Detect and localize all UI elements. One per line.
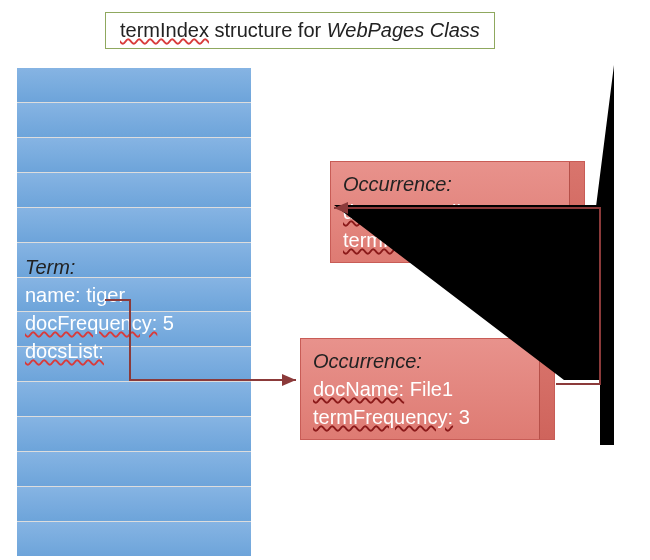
title-class: WebPages Class xyxy=(327,19,480,41)
array-cell xyxy=(17,68,251,102)
array-cell xyxy=(17,486,251,521)
array-cell xyxy=(17,416,251,451)
term-array: Term: name: tiger docFrequency: 5 docsLi… xyxy=(17,68,251,556)
array-cell xyxy=(17,451,251,486)
occ-termfreq-label: termFrequency: xyxy=(313,406,453,428)
occ-docname-label: docName: xyxy=(343,201,434,223)
term-header: Term: xyxy=(25,253,174,281)
title-mid: structure for xyxy=(209,19,327,41)
term-docfreq-value: 5 xyxy=(163,312,174,334)
occurrence-header: Occurrence: xyxy=(313,347,542,375)
occurrence-box-1: Occurrence: docName: File2 termFrequency… xyxy=(330,161,585,263)
term-docfreq-label: docFrequency: xyxy=(25,312,157,334)
diagram-title: termIndex structure for WebPages Class xyxy=(105,12,495,49)
term-name-value: tiger xyxy=(86,284,125,306)
title-term: termIndex xyxy=(120,19,209,41)
array-cell xyxy=(17,172,251,207)
term-docslist-label: docsList: xyxy=(25,340,104,362)
array-cell xyxy=(17,102,251,137)
occ-termfreq-value: 3 xyxy=(459,406,470,428)
array-cell xyxy=(17,137,251,172)
occ-termfreq-label: termFrequency: xyxy=(343,229,483,251)
term-details: Term: name: tiger docFrequency: 5 docsLi… xyxy=(25,253,174,365)
array-cell xyxy=(17,207,251,242)
occ-docname-value: File2 xyxy=(440,201,483,223)
occ-docname-value: File1 xyxy=(410,378,453,400)
array-cell xyxy=(17,521,251,556)
occ-docname-label: docName: xyxy=(313,378,404,400)
term-name-label: name: xyxy=(25,284,81,306)
occurrence-header: Occurrence: xyxy=(343,170,572,198)
occ-termfreq-value: 2 xyxy=(489,229,500,251)
occurrence-box-2: Occurrence: docName: File1 termFrequency… xyxy=(300,338,555,440)
array-cell xyxy=(17,381,251,416)
